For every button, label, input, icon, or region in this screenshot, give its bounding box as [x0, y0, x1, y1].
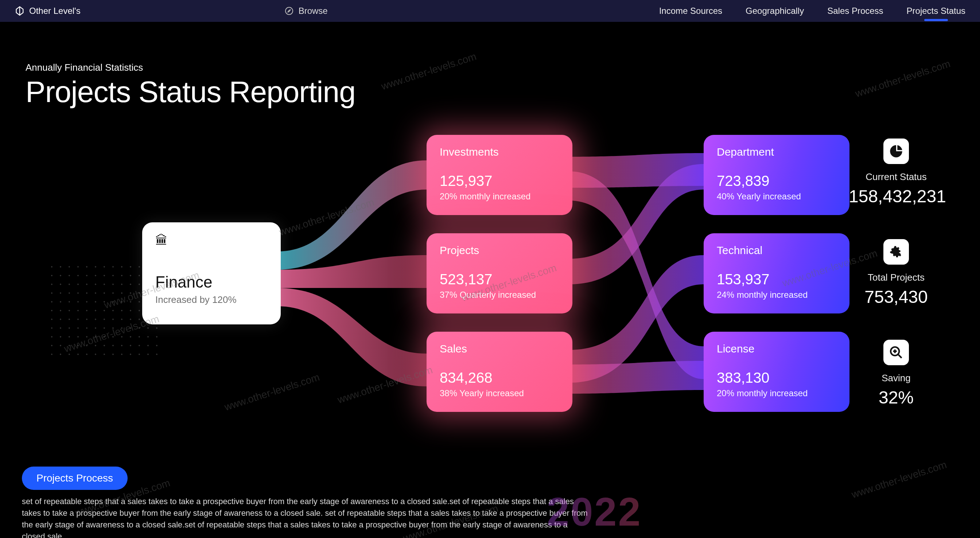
nav-link-sales-process[interactable]: Sales Process: [827, 6, 883, 16]
page-title: Projects Status Reporting: [25, 75, 355, 109]
top-nav: Other Level's Browse Income Sources Geog…: [0, 0, 980, 22]
stat-name: Current Status: [849, 171, 943, 183]
nav-link-projects-status[interactable]: Projects Status: [907, 6, 966, 16]
nav-link-geographically[interactable]: Geographically: [746, 6, 804, 16]
watermark-text: www.other-levels.com: [854, 58, 952, 100]
projects-process-button[interactable]: Projects Process: [22, 466, 127, 490]
gear-icon: [883, 239, 909, 265]
right-card-department[interactable]: Department 723,839 40% Yearly increased: [704, 135, 850, 215]
search-icon: [883, 340, 909, 365]
stat-current-status: Current Status 158,432,231: [849, 138, 943, 206]
card-sub: 37% Quarterly increased: [440, 290, 559, 300]
watermark-text: www.other-levels.com: [850, 459, 948, 501]
card-label: Projects: [440, 244, 559, 256]
mid-card-sales[interactable]: Sales 834,268 38% Yearly increased: [426, 332, 573, 412]
sankey-flow: 🏛 Finance Increased by 120% Investments …: [127, 131, 857, 415]
svg-point-0: [285, 7, 293, 14]
card-value: 723,839: [717, 173, 836, 189]
browse-link[interactable]: Browse: [285, 6, 328, 16]
stat-total-projects: Total Projects 753,430: [849, 239, 943, 307]
card-sub: 20% monthly increased: [440, 191, 559, 202]
source-card-finance[interactable]: 🏛 Finance Increased by 120%: [142, 222, 281, 325]
card-label: Department: [717, 146, 836, 158]
card-value: 834,268: [440, 369, 559, 386]
stat-value: 753,430: [849, 287, 943, 307]
card-value: 153,937: [717, 271, 836, 288]
card-label: Investments: [440, 146, 559, 158]
stats-column: Current Status 158,432,231 Total Project…: [849, 138, 943, 407]
year-watermark: 2022: [547, 489, 642, 535]
bank-icon: 🏛: [155, 233, 168, 247]
stat-name: Total Projects: [849, 272, 943, 283]
stat-value: 32%: [849, 387, 943, 407]
footer-description: set of repeatable steps that a sales tak…: [22, 496, 590, 538]
pie-icon: [883, 138, 909, 164]
mid-card-investments[interactable]: Investments 125,937 20% monthly increase…: [426, 135, 573, 215]
source-name: Finance: [155, 273, 267, 291]
browse-label: Browse: [299, 6, 328, 16]
nav-link-income-sources[interactable]: Income Sources: [659, 6, 722, 16]
card-sub: 38% Yearly increased: [440, 388, 559, 398]
card-value: 383,130: [717, 369, 836, 386]
watermark-text: www.other-levels.com: [380, 51, 478, 92]
card-label: Sales: [440, 343, 559, 355]
page-subtitle: Annually Financial Statistics: [25, 62, 355, 73]
stat-saving: Saving 32%: [849, 340, 943, 407]
card-label: Technical: [717, 244, 836, 256]
card-sub: 24% monthly increased: [717, 290, 836, 300]
card-label: License: [717, 343, 836, 355]
source-sub: Increased by 120%: [155, 294, 267, 306]
brand-logo-icon: [14, 6, 25, 16]
card-sub: 20% monthly increased: [717, 388, 836, 398]
card-value: 125,937: [440, 173, 559, 189]
mid-card-projects[interactable]: Projects 523,137 37% Quarterly increased: [426, 233, 573, 314]
page-header: Annually Financial Statistics Projects S…: [25, 62, 355, 109]
compass-icon: [285, 6, 293, 15]
nav-links: Income Sources Geographically Sales Proc…: [659, 6, 966, 16]
right-card-license[interactable]: License 383,130 20% monthly increased: [704, 332, 850, 412]
card-value: 523,137: [440, 271, 559, 288]
brand[interactable]: Other Level's: [14, 6, 81, 16]
stat-value: 158,432,231: [849, 186, 943, 206]
brand-name: Other Level's: [29, 6, 81, 16]
card-sub: 40% Yearly increased: [717, 191, 836, 202]
right-card-technical[interactable]: Technical 153,937 24% monthly increased: [704, 233, 850, 314]
stat-name: Saving: [849, 372, 943, 384]
